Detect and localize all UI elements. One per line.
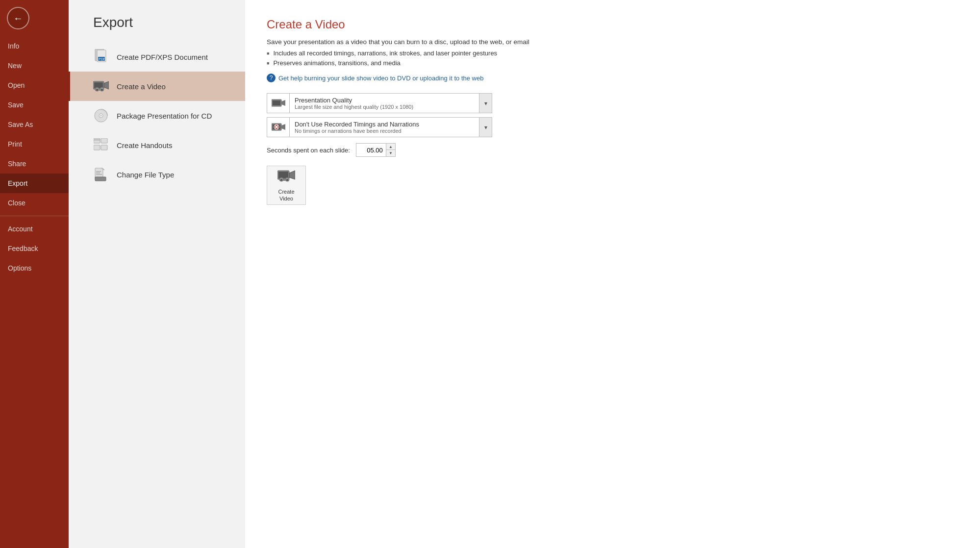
detail-title: Create a Video [267, 18, 958, 31]
export-item-cd-label: Package Presentation for CD [117, 112, 212, 120]
timing-dropdown-main-text: Don't Use Recorded Timings and Narration… [295, 121, 474, 128]
sidebar-item-new[interactable]: New [0, 56, 69, 75]
page-title: Export [69, 15, 245, 30]
seconds-label: Seconds spent on each slide: [267, 147, 350, 154]
export-item-handouts[interactable]: Create Handouts [69, 130, 245, 160]
export-item-video-label: Create a Video [117, 82, 166, 91]
sidebar-nav: Info New Open Save Save As Print Share E… [0, 36, 69, 548]
sidebar-item-print[interactable]: Print [0, 134, 69, 154]
svg-marker-38 [289, 171, 295, 179]
svg-marker-29 [281, 100, 285, 106]
export-item-video[interactable]: Create a Video [69, 72, 245, 101]
sidebar-item-open[interactable]: Open [0, 75, 69, 95]
seconds-spinner-up[interactable]: ▲ [386, 144, 395, 150]
svg-rect-28 [273, 100, 280, 105]
filetype-icon [93, 167, 109, 182]
svg-rect-18 [101, 145, 107, 150]
detail-bullet-1-text: Includes all recorded timings, narration… [273, 50, 497, 57]
timing-dropdown-wrapper: Don't Use Recorded Timings and Narration… [267, 117, 492, 137]
create-video-button[interactable]: Create Video [267, 166, 306, 205]
sidebar: ← Info New Open Save Save As Print Share… [0, 0, 69, 548]
svg-point-43 [286, 179, 288, 181]
sidebar-divider [0, 216, 69, 216]
svg-point-10 [96, 89, 98, 91]
sidebar-item-info[interactable]: Info [0, 36, 69, 56]
bullet-icon-1: ■ [267, 51, 269, 56]
sidebar-item-save[interactable]: Save [0, 95, 69, 115]
cd-icon [93, 108, 109, 124]
seconds-row: Seconds spent on each slide: ▲ ▼ [267, 143, 958, 157]
svg-rect-26 [96, 174, 102, 175]
export-item-handouts-label: Create Handouts [117, 141, 172, 149]
svg-point-42 [280, 179, 282, 181]
detail-panel: Create a Video Save your presentation as… [245, 0, 980, 548]
seconds-input-wrapper: ▲ ▼ [356, 143, 396, 157]
svg-point-11 [101, 89, 103, 91]
svg-rect-24 [96, 171, 101, 172]
bullet-icon-2: ■ [267, 61, 269, 66]
seconds-input[interactable] [356, 145, 386, 156]
seconds-spinner-down[interactable]: ▼ [386, 150, 395, 156]
create-video-button-icon [277, 169, 295, 187]
seconds-spinner: ▲ ▼ [386, 144, 395, 156]
export-item-pdf-label: Create PDF/XPS Document [117, 53, 208, 61]
timing-dropdown-icon-area [267, 118, 290, 137]
svg-rect-16 [101, 138, 107, 143]
quality-dropdown[interactable]: Presentation Quality Largest file size a… [267, 93, 492, 113]
sidebar-item-feedback[interactable]: Feedback [0, 239, 69, 258]
export-item-cd[interactable]: Package Presentation for CD [69, 101, 245, 130]
sidebar-bottom: Account Feedback Options [0, 219, 69, 283]
detail-bullet-2: ■ Preserves animations, transitions, and… [267, 59, 958, 67]
export-item-filetype[interactable]: Change File Type [69, 160, 245, 189]
create-video-button-label: Create Video [271, 189, 302, 201]
quality-dropdown-text-area: Presentation Quality Largest file size a… [290, 94, 479, 113]
main-content: Export PDF Create PDF/XPS Document [69, 0, 980, 548]
quality-dropdown-icon-area [267, 94, 290, 113]
detail-bullet-2-text: Preserves animations, transitions, and m… [273, 59, 400, 67]
sidebar-item-share[interactable]: Share [0, 154, 69, 174]
svg-rect-17 [94, 145, 100, 150]
help-circle-icon: ? [267, 74, 276, 82]
handouts-icon [93, 137, 109, 153]
quality-dropdown-wrapper: Presentation Quality Largest file size a… [267, 93, 492, 113]
timing-dropdown-arrow[interactable]: ▾ [479, 118, 492, 137]
sidebar-item-close[interactable]: Close [0, 193, 69, 213]
detail-description: Save your presentation as a video that y… [267, 38, 958, 46]
back-button[interactable]: ← [7, 7, 29, 29]
help-link-text: Get help burning your slide show video t… [278, 75, 483, 82]
sidebar-item-save-as[interactable]: Save As [0, 115, 69, 134]
svg-marker-32 [281, 124, 285, 130]
svg-point-14 [100, 115, 102, 117]
svg-marker-6 [104, 81, 109, 89]
export-item-pdf[interactable]: PDF Create PDF/XPS Document [69, 42, 245, 72]
sidebar-item-account[interactable]: Account [0, 219, 69, 239]
svg-rect-25 [96, 173, 100, 174]
sidebar-item-export[interactable]: Export [0, 174, 69, 193]
timing-dropdown-text-area: Don't Use Recorded Timings and Narration… [290, 118, 479, 137]
quality-dropdown-arrow[interactable]: ▾ [479, 94, 492, 113]
help-link[interactable]: ? Get help burning your slide show video… [267, 74, 958, 82]
export-item-filetype-label: Change File Type [117, 171, 174, 179]
timing-dropdown[interactable]: Don't Use Recorded Timings and Narration… [267, 117, 492, 137]
video-icon [93, 78, 109, 94]
pdf-icon: PDF [93, 49, 109, 65]
svg-text:PDF: PDF [99, 57, 105, 61]
quality-dropdown-main-text: Presentation Quality [295, 97, 474, 104]
export-menu: Export PDF Create PDF/XPS Document [69, 0, 245, 548]
svg-rect-23 [95, 177, 106, 181]
detail-bullet-1: ■ Includes all recorded timings, narrati… [267, 50, 958, 57]
quality-dropdown-sub-text: Largest file size and highest quality (1… [295, 104, 474, 110]
timing-dropdown-sub-text: No timings or narrations have been recor… [295, 128, 474, 134]
sidebar-item-options[interactable]: Options [0, 258, 69, 278]
